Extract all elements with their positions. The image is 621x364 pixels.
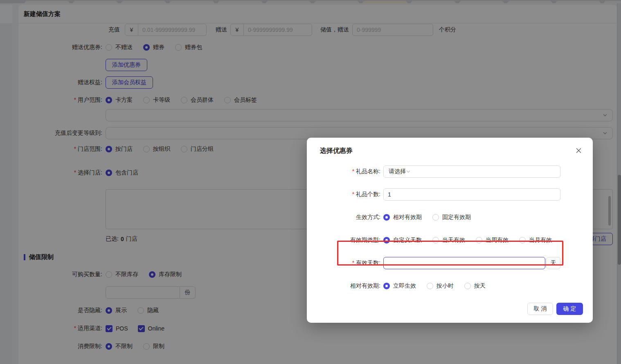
radio-option-label: 当周有效 (486, 237, 509, 244)
radio-icon (432, 237, 439, 243)
modal-body: 礼品名称: 请选择 礼品个数: 生效方式: 相对有效期固定有效期 有效期类型: … (307, 157, 593, 292)
radio-option-label: 按天 (474, 282, 486, 290)
radio-icon (383, 283, 390, 289)
radio-option-label: 固定有效期 (442, 214, 471, 221)
chevron-down-icon (406, 169, 411, 174)
validity-type-label: 有效期类型: (307, 237, 380, 244)
gift-name-label: 礼品名称: (307, 168, 380, 175)
radio-option[interactable]: 相对有效期 (383, 214, 422, 221)
radio-icon (383, 214, 390, 221)
radio-option-label: 当月有效 (529, 237, 552, 244)
radio-icon (432, 214, 439, 221)
close-icon (576, 147, 582, 154)
modal-title: 选择优惠券 (320, 147, 353, 154)
gift-name-row: 礼品名称: 请选择 (307, 165, 593, 178)
effect-mode-label: 生效方式: (307, 214, 380, 221)
radio-option-label: 按小时 (436, 282, 454, 290)
radio-icon (476, 237, 482, 243)
close-button[interactable] (575, 147, 582, 154)
effect-mode-row: 生效方式: 相对有效期固定有效期 (307, 211, 593, 223)
valid-days-row: 有效天数: 天 (307, 257, 593, 269)
gift-count-input[interactable] (383, 188, 560, 201)
radio-icon (464, 283, 471, 289)
radio-option[interactable]: 当月有效 (519, 237, 552, 244)
radio-option-label: 当天有效 (442, 237, 465, 244)
valid-days-input[interactable] (383, 257, 545, 269)
radio-icon (383, 237, 390, 243)
radio-icon (427, 283, 433, 289)
radio-option-label: 立即生效 (393, 282, 416, 290)
confirm-button[interactable]: 确 定 (556, 303, 583, 315)
select-coupon-modal: 选择优惠券 礼品名称: 请选择 礼品个数: 生效方式: 相对有效期 (307, 138, 593, 323)
relative-validity-row: 相对有效期: 立即生效按小时按天 (307, 280, 593, 292)
radio-option[interactable]: 立即生效 (383, 282, 416, 290)
validity-type-options: 自定义天数当天有效当周有效当月有效 (383, 237, 560, 244)
gift-count-label: 礼品个数: (307, 191, 380, 198)
validity-type-row: 有效期类型: 自定义天数当天有效当周有效当月有效 (307, 234, 593, 246)
radio-option[interactable]: 当周有效 (476, 237, 509, 244)
radio-option[interactable]: 按小时 (427, 282, 454, 290)
radio-option-label: 自定义天数 (393, 237, 422, 244)
radio-option[interactable]: 当天有效 (432, 237, 465, 244)
days-suffix-label: 天 (546, 257, 560, 269)
gift-name-select[interactable]: 请选择 (383, 165, 560, 178)
relative-validity-label: 相对有效期: (307, 282, 380, 290)
radio-option[interactable]: 自定义天数 (383, 237, 422, 244)
modal-header: 选择优惠券 (307, 138, 593, 157)
modal-footer: 取 消 确 定 (307, 303, 593, 315)
gift-count-row: 礼品个数: (307, 188, 593, 201)
gift-name-placeholder: 请选择 (389, 168, 406, 175)
valid-days-label: 有效天数: (307, 259, 380, 267)
radio-icon (519, 237, 526, 243)
radio-option[interactable]: 固定有效期 (432, 214, 471, 221)
relative-validity-options: 立即生效按小时按天 (383, 282, 560, 290)
radio-option-label: 相对有效期 (393, 214, 422, 221)
effect-mode-options: 相对有效期固定有效期 (383, 214, 560, 221)
radio-option[interactable]: 按天 (464, 282, 486, 290)
cancel-button[interactable]: 取 消 (527, 303, 553, 315)
